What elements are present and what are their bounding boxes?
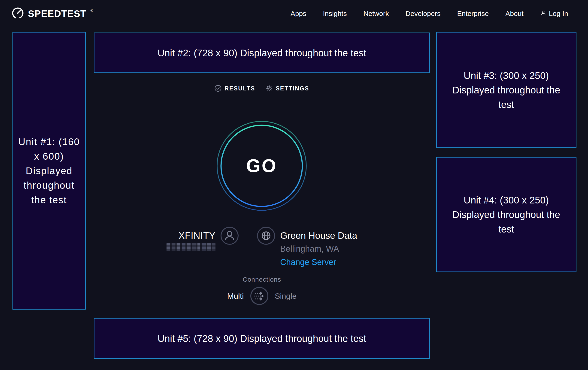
nav-item-insights[interactable]: Insights bbox=[323, 10, 347, 18]
ad-unit-1-text: Unit #1: (160 x 600) Displayed throughou… bbox=[15, 134, 83, 207]
go-button-label: GO bbox=[216, 121, 307, 211]
connections-label: Connections bbox=[94, 276, 430, 283]
nav-item-network[interactable]: Network bbox=[364, 10, 389, 18]
main-nav: Apps Insights Network Developers Enterpr… bbox=[291, 10, 568, 18]
ad-unit-1-skyscraper[interactable]: Unit #1: (160 x 600) Displayed throughou… bbox=[12, 32, 86, 310]
host-info-row: XFINITY Green House Data Bellingham, WA … bbox=[94, 227, 430, 267]
server-location: Bellingham, WA bbox=[280, 244, 357, 254]
ad-unit-4-text: Unit #4: (300 x 250) Displayed throughou… bbox=[450, 193, 562, 236]
server-name: Green House Data bbox=[280, 230, 357, 241]
nav-item-developers[interactable]: Developers bbox=[406, 10, 441, 18]
go-button[interactable]: GO bbox=[216, 121, 307, 211]
user-icon bbox=[540, 10, 546, 18]
isp-user-icon bbox=[220, 227, 239, 245]
ad-unit-4-rectangle[interactable]: Unit #4: (300 x 250) Displayed throughou… bbox=[436, 157, 577, 272]
nav-item-apps[interactable]: Apps bbox=[291, 10, 306, 18]
ad-unit-2-text: Unit #2: (728 x 90) Displayed throughout… bbox=[158, 46, 366, 60]
globe-icon bbox=[257, 227, 275, 245]
speedometer-gauge-icon bbox=[11, 6, 24, 21]
isp-name: XFINITY bbox=[167, 230, 215, 241]
connections-multi-label: Multi bbox=[227, 291, 244, 300]
logo-wordmark: SPEEDTEST bbox=[28, 8, 86, 19]
nav-item-about[interactable]: About bbox=[505, 10, 523, 18]
ad-unit-3-text: Unit #3: (300 x 250) Displayed throughou… bbox=[450, 68, 562, 112]
ad-unit-5-leaderboard[interactable]: Unit #5: (728 x 90) Displayed throughout… bbox=[94, 318, 430, 359]
login-label: Log In bbox=[549, 10, 568, 18]
ad-unit-5-text: Unit #5: (728 x 90) Displayed throughout… bbox=[158, 331, 366, 346]
isp-address-redacted bbox=[167, 243, 215, 251]
nav-item-enterprise[interactable]: Enterprise bbox=[457, 10, 489, 18]
check-circle-icon bbox=[215, 85, 221, 92]
top-nav-bar: SPEEDTEST® Apps Insights Network Develop… bbox=[0, 0, 588, 27]
ad-unit-2-leaderboard[interactable]: Unit #2: (728 x 90) Displayed throughout… bbox=[94, 32, 430, 73]
gear-icon bbox=[266, 85, 273, 92]
trademark-symbol: ® bbox=[91, 9, 93, 12]
connections-toggle-row: Multi Single bbox=[94, 287, 430, 305]
ad-unit-3-rectangle[interactable]: Unit #3: (300 x 250) Displayed throughou… bbox=[436, 32, 577, 148]
connections-single-label: Single bbox=[275, 291, 297, 300]
login-button[interactable]: Log In bbox=[540, 10, 568, 18]
tab-results-label: RESULTS bbox=[224, 85, 255, 92]
tab-settings-label: SETTINGS bbox=[276, 85, 309, 92]
change-server-link[interactable]: Change Server bbox=[280, 257, 357, 267]
tab-settings[interactable]: SETTINGS bbox=[266, 85, 309, 92]
tab-results[interactable]: RESULTS bbox=[215, 85, 255, 92]
speedtest-logo[interactable]: SPEEDTEST® bbox=[11, 6, 93, 21]
server-info: Green House Data Bellingham, WA Change S… bbox=[257, 227, 357, 267]
connections-toggle[interactable] bbox=[250, 287, 268, 305]
results-settings-tabs: RESULTS SETTINGS bbox=[94, 85, 430, 92]
multi-connections-arrows-icon bbox=[251, 288, 267, 304]
isp-info: XFINITY bbox=[167, 227, 239, 251]
